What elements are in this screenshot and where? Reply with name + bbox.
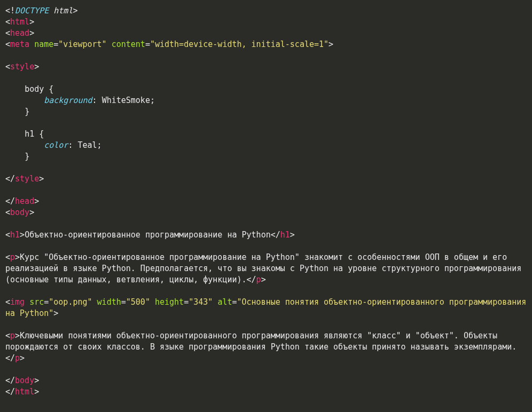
- meta-tag: meta: [10, 39, 29, 49]
- img-src-attr: src: [29, 297, 44, 307]
- p2-text: Ключевыми понятиями объектно-ориентирова…: [5, 331, 517, 352]
- style-open-tag: style: [10, 62, 34, 72]
- img-tag: img: [10, 297, 25, 307]
- img-src-val: "oop.png": [49, 297, 92, 307]
- img-width-attr: width: [97, 297, 121, 307]
- img-width-val: "500": [126, 297, 150, 307]
- p2-open-tag: p: [10, 331, 15, 340]
- body-close-tag: body: [15, 376, 34, 385]
- style-close-tag: style: [15, 174, 39, 184]
- h1-text: Объектно-ориентированное программировани…: [25, 230, 271, 240]
- angle-close: >: [73, 6, 77, 15]
- css-body-selector: body: [25, 84, 44, 94]
- html-close-tag: html: [15, 387, 34, 397]
- h1-open-tag: h1: [10, 230, 20, 240]
- img-height-attr: height: [155, 297, 184, 307]
- css-color-val: Teal: [77, 140, 97, 150]
- h1-close-tag: h1: [280, 230, 290, 240]
- meta-content-attr: content: [112, 39, 145, 49]
- head-close-tag: head: [15, 196, 34, 206]
- css-background-prop: background: [44, 96, 92, 105]
- p1-open-tag: p: [10, 252, 15, 262]
- css-h1-selector: h1: [25, 129, 34, 139]
- css-background-val: WhiteSmoke: [102, 96, 150, 105]
- meta-name-attr: name: [34, 39, 53, 49]
- doctype-html: html: [53, 6, 73, 15]
- code-editor[interactable]: <!DOCTYPE html> <html> <head> <meta name…: [5, 5, 527, 398]
- meta-name-val: "viewport": [58, 39, 106, 49]
- body-open-tag: body: [10, 208, 29, 217]
- doctype-keyword: DOCTYPE: [15, 6, 49, 15]
- img-height-val: "343": [189, 297, 213, 307]
- p1-close-tag: p: [256, 275, 261, 284]
- html-open-tag: html: [10, 17, 29, 27]
- head-open-tag: head: [10, 28, 29, 38]
- meta-content-val: "width=device-width, initial-scale=1": [150, 39, 328, 49]
- css-color-prop: color: [44, 140, 68, 150]
- p2-close-tag: p: [15, 353, 20, 363]
- angle-open: <!: [5, 6, 15, 15]
- img-alt-attr: alt: [217, 297, 232, 307]
